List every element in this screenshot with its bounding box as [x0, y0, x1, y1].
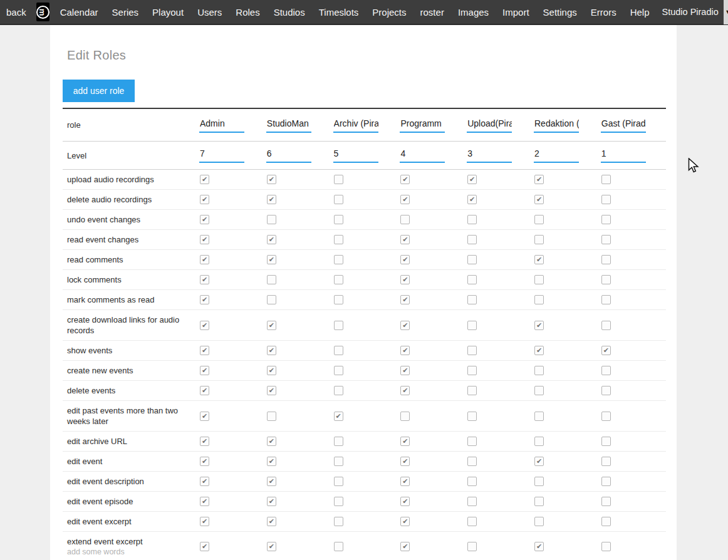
permission-checkbox[interactable]	[267, 346, 276, 355]
level-input-4[interactable]	[400, 148, 445, 163]
permission-checkbox[interactable]	[334, 437, 343, 446]
permission-checkbox[interactable]	[267, 235, 276, 244]
permission-checkbox[interactable]	[200, 497, 209, 506]
permission-checkbox[interactable]	[601, 366, 611, 375]
nav-item-import[interactable]: Import	[496, 7, 536, 18]
nav-item-roster[interactable]: roster	[413, 7, 451, 18]
permission-checkbox[interactable]	[467, 517, 477, 526]
permission-checkbox[interactable]	[200, 437, 209, 446]
permission-checkbox[interactable]	[267, 386, 276, 395]
permission-checkbox[interactable]	[400, 215, 410, 224]
permission-checkbox[interactable]	[334, 346, 343, 355]
permission-checkbox[interactable]	[601, 517, 611, 526]
permission-checkbox[interactable]	[601, 275, 611, 284]
permission-checkbox[interactable]	[200, 517, 209, 526]
permission-checkbox[interactable]	[534, 321, 544, 330]
permission-checkbox[interactable]	[601, 542, 611, 551]
permission-checkbox[interactable]	[267, 295, 276, 304]
nav-item-series[interactable]: Series	[105, 7, 146, 18]
permission-checkbox[interactable]	[601, 175, 611, 184]
permission-checkbox[interactable]	[200, 215, 209, 224]
permission-checkbox[interactable]	[467, 412, 477, 421]
permission-checkbox[interactable]	[467, 457, 477, 466]
permission-checkbox[interactable]	[534, 437, 544, 446]
permission-checkbox[interactable]	[400, 477, 410, 486]
permission-checkbox[interactable]	[467, 175, 477, 184]
nav-item-projects[interactable]: Projects	[365, 7, 413, 18]
permission-checkbox[interactable]	[467, 255, 477, 264]
nav-item-studios[interactable]: Studios	[267, 7, 312, 18]
permission-checkbox[interactable]	[334, 321, 343, 330]
permission-checkbox[interactable]	[334, 215, 343, 224]
permission-checkbox[interactable]	[267, 542, 276, 551]
piradio-logo-icon[interactable]: m	[36, 3, 49, 21]
permission-checkbox[interactable]	[267, 497, 276, 506]
level-input-6[interactable]	[534, 148, 579, 163]
permission-checkbox[interactable]	[601, 346, 611, 355]
role-name-input-2[interactable]	[266, 118, 311, 133]
nav-item-calendar[interactable]: Calendar	[53, 7, 105, 18]
permission-checkbox[interactable]	[467, 497, 477, 506]
permission-checkbox[interactable]	[200, 195, 209, 204]
permission-checkbox[interactable]	[467, 437, 477, 446]
permission-checkbox[interactable]	[400, 517, 410, 526]
permission-checkbox[interactable]	[534, 477, 544, 486]
permission-checkbox[interactable]	[400, 437, 410, 446]
add-user-role-button[interactable]: add user role	[63, 80, 135, 102]
nav-item-playout[interactable]: Playout	[145, 7, 190, 18]
permission-checkbox[interactable]	[467, 386, 477, 395]
permission-checkbox[interactable]	[400, 386, 410, 395]
permission-checkbox[interactable]	[534, 215, 544, 224]
level-input-5[interactable]	[467, 148, 512, 163]
permission-checkbox[interactable]	[467, 215, 477, 224]
permission-checkbox[interactable]	[601, 321, 611, 330]
permission-checkbox[interactable]	[534, 295, 544, 304]
permission-checkbox[interactable]	[334, 275, 343, 284]
nav-item-users[interactable]: Users	[190, 7, 229, 18]
permission-checkbox[interactable]	[467, 321, 477, 330]
permission-checkbox[interactable]	[400, 255, 410, 264]
permission-checkbox[interactable]	[534, 255, 544, 264]
permission-checkbox[interactable]	[334, 366, 343, 375]
permission-checkbox[interactable]	[601, 295, 611, 304]
permission-checkbox[interactable]	[267, 517, 276, 526]
permission-checkbox[interactable]	[200, 346, 209, 355]
level-input-1[interactable]	[199, 148, 244, 163]
permission-checkbox[interactable]	[400, 542, 410, 551]
permission-checkbox[interactable]	[601, 497, 611, 506]
permission-checkbox[interactable]	[400, 235, 410, 244]
permission-checkbox[interactable]	[400, 295, 410, 304]
level-input-2[interactable]	[266, 148, 311, 163]
level-input-3[interactable]	[333, 148, 378, 163]
permission-checkbox[interactable]	[267, 477, 276, 486]
permission-checkbox[interactable]	[400, 366, 410, 375]
permission-checkbox[interactable]	[334, 255, 343, 264]
permission-checkbox[interactable]	[267, 175, 276, 184]
role-name-input-1[interactable]	[199, 118, 244, 133]
permission-checkbox[interactable]	[334, 386, 343, 395]
permission-checkbox[interactable]	[334, 542, 343, 551]
role-name-input-7[interactable]	[601, 118, 646, 133]
permission-checkbox[interactable]	[200, 366, 209, 375]
permission-checkbox[interactable]	[534, 275, 544, 284]
permission-checkbox[interactable]	[467, 235, 477, 244]
permission-checkbox[interactable]	[267, 457, 276, 466]
permission-checkbox[interactable]	[467, 195, 477, 204]
permission-checkbox[interactable]	[267, 215, 276, 224]
permission-checkbox[interactable]	[601, 215, 611, 224]
studio-select-arrow[interactable]: ▼	[724, 0, 728, 24]
permission-checkbox[interactable]	[601, 195, 611, 204]
permission-checkbox[interactable]	[467, 542, 477, 551]
level-input-7[interactable]	[601, 148, 646, 163]
permission-checkbox[interactable]	[400, 346, 410, 355]
permission-checkbox[interactable]	[601, 457, 611, 466]
permission-checkbox[interactable]	[467, 346, 477, 355]
nav-item-help[interactable]: Help	[623, 7, 657, 18]
permission-checkbox[interactable]	[334, 175, 343, 184]
permission-checkbox[interactable]	[400, 321, 410, 330]
permission-checkbox[interactable]	[534, 457, 544, 466]
permission-checkbox[interactable]	[534, 175, 544, 184]
permission-checkbox[interactable]	[400, 497, 410, 506]
permission-checkbox[interactable]	[334, 517, 343, 526]
permission-checkbox[interactable]	[400, 275, 410, 284]
